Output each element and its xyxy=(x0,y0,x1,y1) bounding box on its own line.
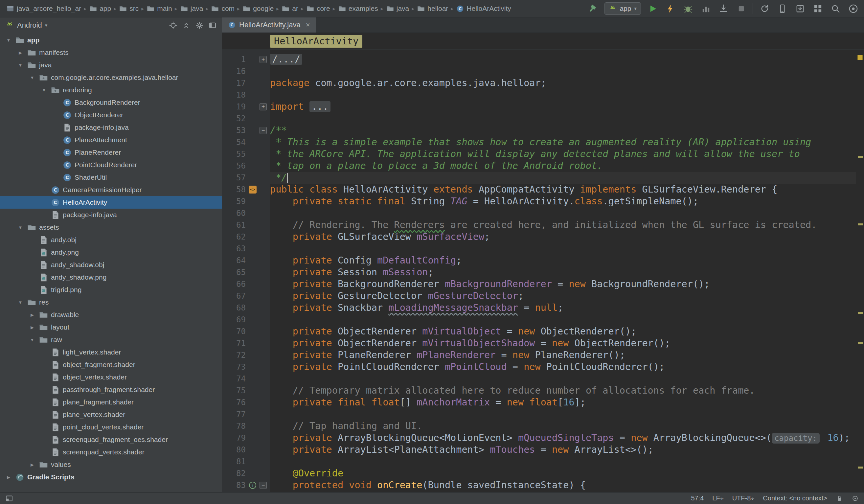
gutter[interactable]: 17 xyxy=(222,77,270,89)
code-line-54[interactable]: 54 * This is a simple example that shows… xyxy=(222,136,856,148)
code-line-63[interactable]: 63 xyxy=(222,243,856,255)
gutter[interactable]: 74 xyxy=(222,373,270,385)
tree-item-plane-vertex-shader[interactable]: plane_vertex.shader xyxy=(0,408,222,421)
code-line-17[interactable]: 17package com.google.ar.core.examples.ja… xyxy=(222,77,856,89)
chevron-right-icon[interactable]: ▶ xyxy=(28,325,36,330)
chevron-right-icon[interactable]: ▶ xyxy=(28,312,36,317)
gutter[interactable]: 83↑− xyxy=(222,479,270,491)
gutter[interactable]: 55 xyxy=(222,148,270,160)
tree-item-com-google-ar-core-examples-java-helloar[interactable]: ▼com.google.ar.core.examples.java.helloa… xyxy=(0,71,222,84)
code-line-61[interactable]: 61 // Rendering. The Renderers are creat… xyxy=(222,219,856,231)
gutter[interactable]: 75 xyxy=(222,385,270,397)
tree-item-manifests[interactable]: ▶manifests xyxy=(0,46,222,59)
tree-item-andy-png[interactable]: andy.png xyxy=(0,246,222,259)
chevron-down-icon[interactable]: ▼ xyxy=(16,225,24,230)
code-line-59[interactable]: 59 private static final String TAG = Hel… xyxy=(222,195,856,207)
attach-debugger-icon[interactable] xyxy=(717,2,730,15)
breadcrumb-item-helloar[interactable]: helloar xyxy=(415,4,450,13)
chevron-down-icon[interactable]: ▼ xyxy=(4,38,12,43)
sync-project-icon[interactable] xyxy=(758,2,771,15)
tree-item-package-info-java[interactable]: package-info.java xyxy=(0,121,222,134)
chevron-right-icon[interactable]: ▶ xyxy=(4,475,12,480)
code-line-18[interactable]: 18 xyxy=(222,89,856,101)
tree-item-drawable[interactable]: ▶drawable xyxy=(0,309,222,321)
chevron-right-icon[interactable]: ▶ xyxy=(28,462,36,467)
gutter[interactable]: 1+ xyxy=(222,53,270,65)
tree-item-point-cloud-vertex-shader[interactable]: point_cloud_vertex.shader xyxy=(0,421,222,433)
gutter[interactable]: 58<> xyxy=(222,184,270,195)
code-line-71[interactable]: 71 private ObjectRenderer mVirtualObject… xyxy=(222,337,856,349)
gutter[interactable]: 59 xyxy=(222,195,270,207)
tree-item-andy-shadow-png[interactable]: andy_shadow.png xyxy=(0,271,222,284)
code-line-75[interactable]: 75 // Temporary matrix allocated here to… xyxy=(222,385,856,397)
close-icon[interactable]: × xyxy=(306,21,310,29)
tree-item-camerapermissionhelper[interactable]: CCameraPermissionHelper xyxy=(0,184,222,196)
tree-item-assets[interactable]: ▼assets xyxy=(0,221,222,233)
breadcrumb-item-core[interactable]: core xyxy=(304,4,332,13)
project-view-selector[interactable]: Android ▾ xyxy=(5,21,47,29)
code-line-82[interactable]: 82 @Override xyxy=(222,468,856,479)
code-line-60[interactable]: 60 xyxy=(222,207,856,219)
tree-item-andy-shadow-obj[interactable]: andy_shadow.obj xyxy=(0,259,222,271)
gutter[interactable]: 81 xyxy=(222,456,270,468)
build-hammer-icon[interactable] xyxy=(587,2,599,15)
tree-item-res[interactable]: ▼res xyxy=(0,296,222,309)
profiler-icon[interactable] xyxy=(699,2,712,15)
tree-item-passthrough-fragment-shader[interactable]: passthrough_fragment.shader xyxy=(0,383,222,396)
apply-changes-icon[interactable] xyxy=(664,2,676,15)
collapse-all-icon[interactable] xyxy=(181,20,192,31)
hide-panel-icon[interactable] xyxy=(207,20,218,31)
breadcrumb-item-google[interactable]: google xyxy=(241,4,275,13)
code-line-64[interactable]: 64 private Config mDefaultConfig; xyxy=(222,255,856,266)
breadcrumb-item-app[interactable]: app xyxy=(87,4,113,13)
stop-icon[interactable] xyxy=(735,2,747,15)
encoding-indicator[interactable]: UTF-8÷ xyxy=(732,494,755,502)
tree-item-planeattachment[interactable]: CPlaneAttachment xyxy=(0,134,222,146)
code-line-83[interactable]: 83↑− protected void onCreate(Bundle save… xyxy=(222,479,856,491)
code-editor[interactable]: 1+/.../1617package com.google.ar.core.ex… xyxy=(222,50,856,492)
tree-item-screenquad-vertex-shader[interactable]: screenquad_vertex.shader xyxy=(0,446,222,458)
code-line-68[interactable]: 68 private Snackbar mLoadingMessageSnack… xyxy=(222,302,856,314)
tree-item-objectrenderer[interactable]: CObjectRenderer xyxy=(0,109,222,121)
breadcrumb-item-java-arcore-hello-ar[interactable]: java_arcore_hello_ar xyxy=(4,4,83,13)
code-line-58[interactable]: 58<>public class HelloArActivity extends… xyxy=(222,184,856,195)
code-line-67[interactable]: 67 private GestureDetector mGestureDetec… xyxy=(222,290,856,302)
breadcrumb-item-examples[interactable]: examples xyxy=(336,4,380,13)
chevron-down-icon[interactable]: ▼ xyxy=(28,75,36,80)
project-structure-icon[interactable] xyxy=(812,2,824,15)
code-line-1[interactable]: 1+/.../ xyxy=(222,53,856,65)
settings-gear-icon[interactable] xyxy=(194,20,205,31)
chevron-down-icon[interactable]: ▼ xyxy=(28,337,36,343)
tree-item-screenquad-fragment-oes-shader[interactable]: screenquad_fragment_oes.shader xyxy=(0,433,222,446)
gutter[interactable]: 56 xyxy=(222,160,270,172)
gutter[interactable]: 67 xyxy=(222,290,270,302)
tree-item-rendering[interactable]: ▼rendering xyxy=(0,84,222,96)
gutter[interactable]: 19+ xyxy=(222,101,270,113)
code-line-74[interactable]: 74 xyxy=(222,373,856,385)
tree-item-values[interactable]: ▶values xyxy=(0,458,222,471)
tree-item-java[interactable]: ▼java xyxy=(0,59,222,71)
gutter[interactable]: 66 xyxy=(222,278,270,290)
tree-item-helloaractivity[interactable]: CHelloArActivity xyxy=(0,196,222,209)
breadcrumb-item-java[interactable]: java xyxy=(384,4,411,13)
run-icon[interactable] xyxy=(646,2,659,15)
chevron-down-icon[interactable]: ▼ xyxy=(40,88,48,93)
code-line-53[interactable]: 53−/** xyxy=(222,124,856,136)
code-line-73[interactable]: 73 private PointCloudRenderer mPointClou… xyxy=(222,361,856,373)
code-line-70[interactable]: 70 private ObjectRenderer mVirtualObject… xyxy=(222,326,856,337)
tree-item-app[interactable]: ▼app xyxy=(0,34,222,46)
breadcrumb-item-helloaractivity[interactable]: CHelloArActivity xyxy=(454,4,513,13)
related-file-gutter-icon[interactable]: <> xyxy=(249,185,256,193)
tree-item-package-info-java[interactable]: package-info.java xyxy=(0,209,222,221)
tab-helloaractivity-java[interactable]: C HelloArActivity.java × xyxy=(222,17,316,33)
tree-item-plane-fragment-shader[interactable]: plane_fragment.shader xyxy=(0,396,222,408)
code-line-69[interactable]: 69 xyxy=(222,314,856,326)
gutter[interactable]: 76 xyxy=(222,397,270,408)
tree-item-andy-obj[interactable]: andy.obj xyxy=(0,233,222,246)
caret-position[interactable]: 57:4 xyxy=(691,494,704,502)
gutter[interactable]: 54 xyxy=(222,136,270,148)
inspection-indicator[interactable] xyxy=(857,55,863,60)
chevron-down-icon[interactable]: ▼ xyxy=(16,63,24,68)
gutter[interactable]: 16 xyxy=(222,65,270,77)
tree-item-trigrid-png[interactable]: trigrid.png xyxy=(0,284,222,296)
